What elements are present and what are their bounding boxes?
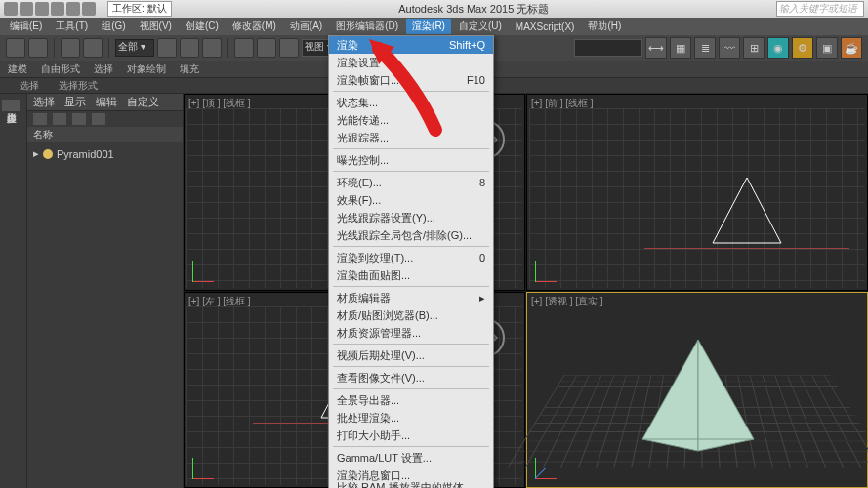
redo-button[interactable] (28, 38, 48, 58)
select-button[interactable] (157, 38, 177, 58)
menu-item[interactable]: 渲染设置 (329, 54, 493, 71)
menu-item[interactable]: 环境(E)...8 (329, 174, 493, 191)
menu-group[interactable]: 组(G) (96, 19, 131, 34)
rotate-button[interactable] (257, 38, 276, 58)
ribbon-selection[interactable]: 选择 (94, 62, 113, 76)
select-name-button[interactable] (180, 38, 199, 58)
tree-item[interactable]: ▸ Pyramid001 (33, 146, 177, 161)
qat-btn[interactable] (35, 2, 49, 16)
move-button[interactable] (234, 38, 254, 58)
menu-item[interactable]: 渲染帧窗口...F10 (329, 71, 493, 89)
filter-icon[interactable] (33, 113, 47, 125)
qat-btn[interactable] (20, 2, 33, 16)
menu-item[interactable]: 比较 RAM 播放器中的媒体(P)... (329, 484, 493, 488)
menu-item[interactable]: 材质资源管理器... (329, 324, 493, 342)
axis-tripod (192, 255, 220, 282)
align-button[interactable]: ▦ (670, 37, 691, 59)
menu-item[interactable]: 视频后期处理(V)... (329, 346, 493, 364)
menu-item[interactable]: 光能传递... (329, 111, 493, 129)
app-icon[interactable] (4, 2, 18, 16)
menu-item[interactable]: 光跟踪器... (329, 129, 493, 146)
menu-item-label: 渲染曲面贴图... (337, 268, 410, 283)
ribbon-freeform[interactable]: 自由形式 (41, 62, 80, 76)
tab-select[interactable]: 选择 (33, 95, 55, 109)
menu-create[interactable]: 创建(C) (180, 19, 225, 34)
menu-tools[interactable]: 工具(T) (50, 19, 94, 34)
ribbon-modeling[interactable]: 建模 (8, 62, 27, 76)
scale-button[interactable] (279, 38, 299, 58)
filter-icon[interactable] (92, 113, 105, 125)
material-editor-button[interactable]: ◉ (767, 37, 789, 59)
menu-separator (333, 148, 489, 149)
sub-select-form[interactable]: 选择形式 (59, 79, 98, 93)
menu-item[interactable]: 状态集... (329, 94, 493, 111)
render-setup-button[interactable]: ⚙ (792, 37, 813, 59)
menu-item[interactable]: 光线跟踪器设置(Y)... (329, 209, 493, 226)
name-header[interactable]: 名称 (27, 127, 183, 142)
menu-item[interactable]: 查看图像文件(V)... (329, 369, 493, 386)
menu-item-shortcut: Shift+Q (449, 39, 485, 51)
menu-animation[interactable]: 动画(A) (284, 19, 328, 34)
mirror-button[interactable]: ⟷ (645, 37, 667, 59)
svg-marker-0 (642, 340, 698, 451)
menu-item[interactable]: 打印大小助手... (329, 427, 493, 444)
menu-item[interactable]: 材质/贴图浏览器(B)... (329, 306, 493, 324)
workspace-selector[interactable]: 工作区: 默认 (107, 1, 172, 17)
menu-graph-editors[interactable]: 图形编辑器(D) (330, 19, 404, 34)
ribbon-objectpaint[interactable]: 对象绘制 (127, 62, 166, 76)
viewport-front[interactable]: [+] [前 ] [线框 ] (526, 94, 868, 291)
unlink-button[interactable] (83, 38, 103, 58)
menu-item[interactable]: 光线跟踪全局包含/排除(G)... (329, 226, 493, 244)
help-search[interactable]: 输入关键字或短语 (776, 1, 864, 17)
menu-edit[interactable]: 编辑(E) (4, 19, 48, 34)
menu-item[interactable]: Gamma/LUT 设置... (329, 449, 493, 467)
layer-button[interactable]: ≣ (694, 37, 716, 59)
select-region-button[interactable] (202, 38, 222, 58)
poly-modeling-tab[interactable]: 多边形建模 (2, 100, 20, 111)
menu-item[interactable]: 曝光控制... (329, 151, 493, 169)
ribbon-populate[interactable]: 填充 (180, 62, 199, 76)
named-sel[interactable] (574, 39, 642, 57)
curve-editor-button[interactable]: 〰 (719, 37, 740, 59)
menu-maxscript[interactable]: MAXScript(X) (510, 20, 581, 33)
menu-rendering[interactable]: 渲染(R) (406, 19, 451, 34)
link-button[interactable] (61, 38, 80, 58)
menu-item-label: 打印大小助手... (337, 428, 410, 443)
menu-item[interactable]: 渲染到纹理(T)...0 (329, 249, 493, 266)
menu-item[interactable]: 渲染曲面贴图... (329, 266, 493, 284)
menu-item[interactable]: 批处理渲染... (329, 409, 493, 427)
undo-button[interactable] (6, 38, 25, 58)
menu-item-label: 渲染 (337, 38, 358, 53)
qat-btn[interactable] (66, 2, 80, 16)
menu-views[interactable]: 视图(V) (134, 19, 178, 34)
menu-modifiers[interactable]: 修改器(M) (227, 19, 282, 34)
schematic-button[interactable]: ⊞ (743, 37, 765, 59)
tab-display[interactable]: 显示 (64, 95, 86, 109)
menu-item[interactable]: 效果(F)... (329, 191, 493, 209)
menu-item-label: 材质编辑器 (337, 291, 391, 305)
menu-customize[interactable]: 自定义(U) (453, 19, 508, 34)
menu-item[interactable]: 全景导出器... (329, 391, 493, 409)
viewport-label[interactable]: [+] [透视 ] [真实 ] (531, 295, 603, 308)
menu-item[interactable]: 渲染Shift+Q (329, 36, 493, 54)
sub-select[interactable]: 选择 (20, 79, 39, 93)
menu-item-label: 渲染设置 (337, 56, 380, 70)
menu-item[interactable]: 材质编辑器▸ (329, 289, 493, 306)
menu-help[interactable]: 帮助(H) (582, 19, 627, 34)
selection-filter[interactable]: 全部 ▾ (115, 39, 154, 57)
qat-btn[interactable] (82, 2, 96, 16)
qat-btn[interactable] (51, 2, 64, 16)
expand-icon[interactable]: ▸ (33, 147, 39, 160)
axis-tripod (535, 452, 562, 479)
filter-icon[interactable] (53, 113, 66, 125)
menu-item-shortcut: 0 (479, 252, 485, 264)
tab-custom[interactable]: 自定义 (127, 95, 159, 109)
filter-icon[interactable] (72, 113, 86, 125)
separator (54, 38, 55, 58)
render-frame-button[interactable]: ▣ (816, 37, 838, 59)
viewport-perspective[interactable]: [+] [透视 ] [真实 ] (526, 292, 868, 489)
tab-edit[interactable]: 编辑 (96, 95, 117, 109)
menu-separator (333, 366, 489, 367)
object-icon (43, 149, 53, 159)
render-button[interactable]: ☕ (841, 37, 862, 59)
